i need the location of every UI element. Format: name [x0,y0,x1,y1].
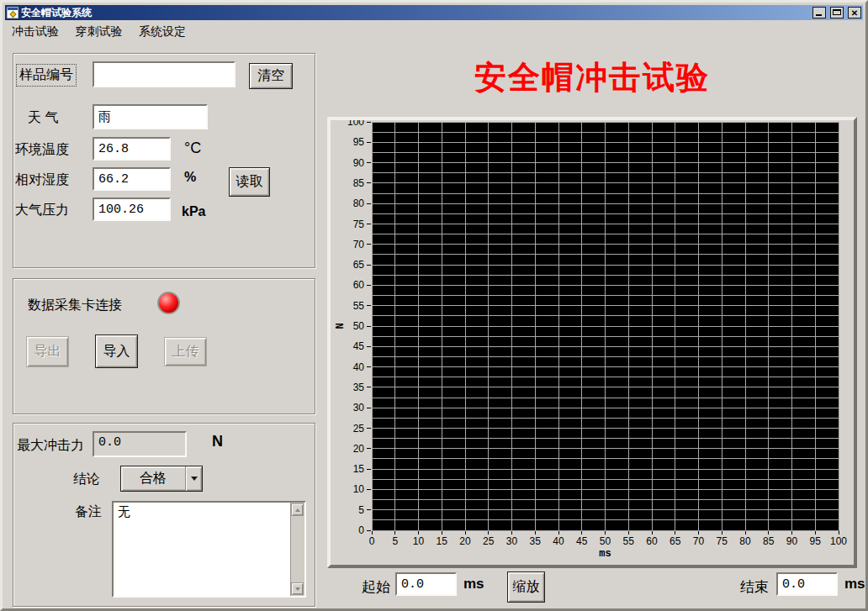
svg-text:70: 70 [693,535,705,547]
read-button[interactable]: 读取 [229,167,270,197]
remark-label: 备注 [75,503,102,521]
svg-text:20: 20 [353,443,365,455]
svg-text:60: 60 [646,535,658,547]
pressure-input[interactable] [93,198,171,221]
temperature-unit: °C [184,140,201,157]
svg-text:25: 25 [483,535,495,547]
max-force-value: 0.0 [93,431,187,457]
svg-text:0: 0 [358,524,364,536]
end-label: 结束 [740,577,769,597]
start-label: 起始 [362,577,390,597]
svg-text:15: 15 [353,463,365,475]
svg-text:75: 75 [717,535,728,547]
arrow-down-icon [295,587,300,591]
menu-puncture-test[interactable]: 穿刺试验 [69,20,128,40]
titlebar: 安全帽试验系统 ✕ [5,5,863,20]
arrow-up-icon [295,508,300,512]
svg-text:20: 20 [459,535,471,547]
svg-text:N: N [335,323,347,329]
start-time-input[interactable] [395,572,457,596]
impact-chart: 0510152025303540455055606570758085909510… [331,120,854,565]
svg-text:65: 65 [353,259,365,271]
end-time-input[interactable] [776,572,838,596]
svg-text:50: 50 [600,535,611,547]
svg-text:100: 100 [347,120,364,128]
svg-text:ms: ms [599,548,611,560]
minimize-button[interactable] [812,7,826,18]
svg-text:95: 95 [810,535,822,547]
app-icon [7,7,19,18]
svg-text:55: 55 [353,300,365,312]
svg-text:85: 85 [353,177,365,189]
svg-text:45: 45 [576,535,588,547]
weather-input[interactable] [93,104,208,129]
sample-number-input[interactable] [93,61,236,87]
svg-text:30: 30 [506,535,518,547]
sample-number-label: 样品编号 [16,64,77,87]
remark-textarea[interactable]: 无 [114,503,290,596]
end-unit: ms [844,576,865,593]
conclusion-value: 合格 [121,466,185,491]
humidity-unit: % [184,170,196,185]
svg-text:55: 55 [623,535,635,547]
scroll-down-button[interactable] [291,582,304,595]
import-button[interactable]: 导入 [95,334,138,368]
chart-title: 安全帽冲击试验 [327,56,857,99]
scroll-up-button[interactable] [291,503,304,516]
max-force-label: 最大冲击力 [17,437,84,455]
svg-text:75: 75 [353,219,365,230]
menubar: 冲击试验 穿刺试验 系统设定 [5,20,863,42]
remark-box: 无 [112,501,306,598]
start-unit: ms [463,576,484,593]
menu-impact-test[interactable]: 冲击试验 [6,20,65,40]
remark-scrollbar[interactable] [290,503,304,596]
app-window: 安全帽试验系统 ✕ 冲击试验 穿刺试验 系统设定 样品编号 清空 天 气 环境温… [0,0,868,611]
close-button[interactable]: ✕ [848,7,861,18]
upload-button[interactable]: 上传 [164,337,207,366]
svg-text:60: 60 [353,279,365,291]
svg-text:90: 90 [786,535,798,547]
pressure-unit: kPa [182,204,205,219]
window-title: 安全帽试验系统 [21,6,808,20]
svg-text:95: 95 [353,136,365,148]
impact-chart-panel: 0510152025303540455055606570758085909510… [327,117,857,568]
temperature-input[interactable] [93,137,171,161]
weather-label: 天 气 [28,109,58,127]
svg-text:35: 35 [530,535,542,547]
dropdown-arrow-button[interactable] [185,466,202,491]
svg-text:35: 35 [353,382,365,393]
menu-system-settings[interactable]: 系统设定 [133,20,192,40]
clear-button[interactable]: 清空 [249,63,293,89]
svg-text:10: 10 [353,483,365,495]
svg-text:90: 90 [353,157,365,169]
svg-text:80: 80 [353,198,365,209]
export-button[interactable]: 导出 [26,336,69,367]
conclusion-label: 结论 [73,471,100,488]
humidity-label: 相对湿度 [15,171,69,189]
svg-text:80: 80 [739,535,751,547]
svg-text:45: 45 [353,340,365,352]
svg-text:100: 100 [830,535,847,547]
svg-text:0: 0 [369,535,375,547]
svg-text:50: 50 [353,320,365,332]
zoom-button[interactable]: 缩放 [507,571,545,603]
chevron-down-icon [191,477,198,481]
temperature-label: 环境温度 [15,141,69,159]
svg-text:30: 30 [353,402,365,413]
conclusion-dropdown[interactable]: 合格 [120,466,203,492]
svg-text:25: 25 [353,423,365,435]
svg-text:85: 85 [763,535,775,547]
svg-text:5: 5 [392,535,398,547]
svg-text:5: 5 [358,504,364,516]
connection-led-indicator [157,292,180,314]
svg-text:40: 40 [353,361,365,373]
maximize-button[interactable] [830,7,844,18]
svg-text:10: 10 [413,535,425,547]
svg-text:15: 15 [437,535,448,547]
humidity-input[interactable] [93,167,171,191]
max-force-unit: N [212,433,223,450]
svg-text:65: 65 [670,535,681,547]
daq-connection-label: 数据采集卡连接 [28,297,122,314]
svg-text:40: 40 [553,535,564,547]
svg-text:70: 70 [353,239,365,250]
